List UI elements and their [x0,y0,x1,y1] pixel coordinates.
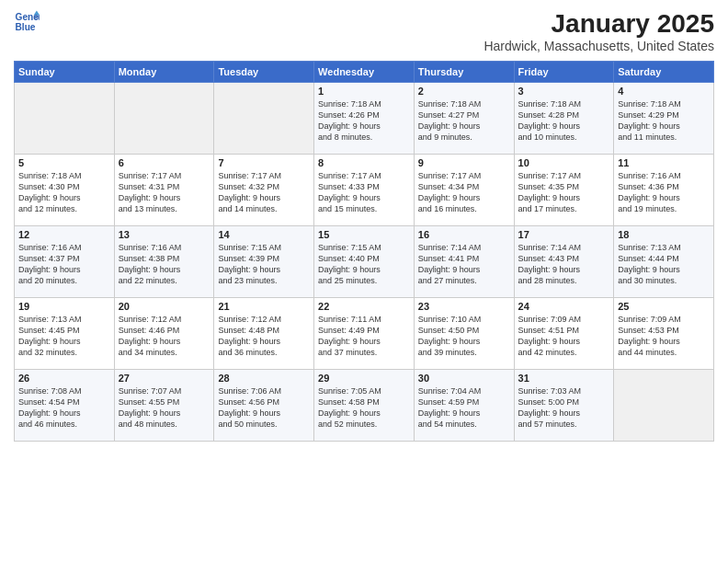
calendar-cell [114,83,214,155]
calendar-week-row: 12Sunrise: 7:16 AM Sunset: 4:37 PM Dayli… [15,226,714,298]
day-info: Sunrise: 7:10 AM Sunset: 4:50 PM Dayligh… [418,314,510,359]
day-info: Sunrise: 7:13 AM Sunset: 4:45 PM Dayligh… [18,314,110,359]
day-info: Sunrise: 7:09 AM Sunset: 4:53 PM Dayligh… [618,314,710,359]
day-info: Sunrise: 7:09 AM Sunset: 4:51 PM Dayligh… [518,314,610,359]
day-number: 5 [18,157,110,168]
calendar-cell: 24Sunrise: 7:09 AM Sunset: 4:51 PM Dayli… [514,298,614,370]
calendar-cell: 9Sunrise: 7:17 AM Sunset: 4:34 PM Daylig… [414,155,514,226]
calendar-cell: 14Sunrise: 7:15 AM Sunset: 4:39 PM Dayli… [214,226,314,298]
calendar-cell: 13Sunrise: 7:16 AM Sunset: 4:38 PM Dayli… [114,226,214,298]
calendar-cell: 23Sunrise: 7:10 AM Sunset: 4:50 PM Dayli… [414,298,514,370]
day-number: 10 [518,157,610,168]
svg-text:Blue: Blue [16,22,36,32]
day-number: 14 [218,229,310,240]
calendar-cell: 12Sunrise: 7:16 AM Sunset: 4:37 PM Dayli… [15,226,115,298]
day-number: 21 [218,301,310,312]
day-info: Sunrise: 7:18 AM Sunset: 4:28 PM Dayligh… [518,98,610,144]
day-number: 13 [119,229,210,240]
calendar-cell: 1Sunrise: 7:18 AM Sunset: 4:26 PM Daylig… [314,83,415,155]
day-info: Sunrise: 7:04 AM Sunset: 4:59 PM Dayligh… [418,385,510,431]
calendar-cell: 29Sunrise: 7:05 AM Sunset: 4:58 PM Dayli… [314,370,415,442]
day-number: 16 [418,229,510,240]
calendar-cell: 7Sunrise: 7:17 AM Sunset: 4:32 PM Daylig… [214,155,314,226]
calendar-cell: 8Sunrise: 7:17 AM Sunset: 4:33 PM Daylig… [314,155,415,226]
calendar-cell: 26Sunrise: 7:08 AM Sunset: 4:54 PM Dayli… [15,370,115,442]
day-number: 30 [418,373,510,384]
day-info: Sunrise: 7:05 AM Sunset: 4:58 PM Dayligh… [318,385,410,431]
day-info: Sunrise: 7:12 AM Sunset: 4:48 PM Dayligh… [218,314,310,359]
day-number: 8 [318,157,410,168]
calendar-cell: 4Sunrise: 7:18 AM Sunset: 4:29 PM Daylig… [614,83,714,155]
calendar-cell: 11Sunrise: 7:16 AM Sunset: 4:36 PM Dayli… [614,155,714,226]
calendar-cell: 19Sunrise: 7:13 AM Sunset: 4:45 PM Dayli… [15,298,115,370]
day-info: Sunrise: 7:14 AM Sunset: 4:43 PM Dayligh… [518,242,610,287]
day-info: Sunrise: 7:17 AM Sunset: 4:31 PM Dayligh… [119,170,210,215]
day-number: 25 [618,301,710,312]
day-number: 12 [18,229,110,240]
day-info: Sunrise: 7:07 AM Sunset: 4:55 PM Dayligh… [119,385,210,431]
weekday-header: Sunday [15,62,115,83]
calendar-week-row: 1Sunrise: 7:18 AM Sunset: 4:26 PM Daylig… [15,83,714,155]
logo: General Blue [14,9,40,35]
calendar-cell: 20Sunrise: 7:12 AM Sunset: 4:46 PM Dayli… [114,298,214,370]
day-number: 7 [218,157,310,168]
header-row: General Blue January 2025 Hardwick, Mass… [14,9,714,53]
day-info: Sunrise: 7:08 AM Sunset: 4:54 PM Dayligh… [18,385,110,431]
day-info: Sunrise: 7:18 AM Sunset: 4:26 PM Dayligh… [318,98,410,144]
calendar-cell: 6Sunrise: 7:17 AM Sunset: 4:31 PM Daylig… [114,155,214,226]
day-number: 11 [618,157,710,168]
day-number: 26 [18,373,110,384]
calendar-cell: 28Sunrise: 7:06 AM Sunset: 4:56 PM Dayli… [214,370,314,442]
calendar-cell: 5Sunrise: 7:18 AM Sunset: 4:30 PM Daylig… [15,155,115,226]
calendar-cell [214,83,314,155]
calendar-cell: 10Sunrise: 7:17 AM Sunset: 4:35 PM Dayli… [514,155,614,226]
location-title: Hardwick, Massachusetts, United States [483,39,714,53]
day-info: Sunrise: 7:17 AM Sunset: 4:32 PM Dayligh… [218,170,310,215]
day-info: Sunrise: 7:12 AM Sunset: 4:46 PM Dayligh… [119,314,210,359]
day-info: Sunrise: 7:13 AM Sunset: 4:44 PM Dayligh… [618,242,710,287]
calendar-cell: 16Sunrise: 7:14 AM Sunset: 4:41 PM Dayli… [414,226,514,298]
day-number: 23 [418,301,510,312]
day-number: 29 [318,373,410,384]
day-info: Sunrise: 7:16 AM Sunset: 4:36 PM Dayligh… [618,170,710,215]
day-info: Sunrise: 7:15 AM Sunset: 4:39 PM Dayligh… [218,242,310,287]
calendar-cell: 30Sunrise: 7:04 AM Sunset: 4:59 PM Dayli… [414,370,514,442]
day-number: 9 [418,157,510,168]
calendar-week-row: 26Sunrise: 7:08 AM Sunset: 4:54 PM Dayli… [15,370,714,442]
day-info: Sunrise: 7:03 AM Sunset: 5:00 PM Dayligh… [518,385,610,431]
day-number: 15 [318,229,410,240]
calendar-week-row: 19Sunrise: 7:13 AM Sunset: 4:45 PM Dayli… [15,298,714,370]
calendar-cell: 31Sunrise: 7:03 AM Sunset: 5:00 PM Dayli… [514,370,614,442]
day-number: 18 [618,229,710,240]
day-number: 6 [119,157,210,168]
svg-marker-3 [34,15,40,19]
calendar-week-row: 5Sunrise: 7:18 AM Sunset: 4:30 PM Daylig… [15,155,714,226]
day-number: 1 [318,86,410,97]
day-info: Sunrise: 7:18 AM Sunset: 4:27 PM Dayligh… [418,98,510,144]
calendar-cell: 17Sunrise: 7:14 AM Sunset: 4:43 PM Dayli… [514,226,614,298]
day-number: 27 [119,373,210,384]
day-number: 28 [218,373,310,384]
calendar-table: SundayMondayTuesdayWednesdayThursdayFrid… [14,61,714,442]
day-number: 20 [119,301,210,312]
day-number: 2 [418,86,510,97]
calendar-cell: 21Sunrise: 7:12 AM Sunset: 4:48 PM Dayli… [214,298,314,370]
calendar-cell: 22Sunrise: 7:11 AM Sunset: 4:49 PM Dayli… [314,298,415,370]
day-info: Sunrise: 7:17 AM Sunset: 4:33 PM Dayligh… [318,170,410,215]
calendar-cell: 18Sunrise: 7:13 AM Sunset: 4:44 PM Dayli… [614,226,714,298]
day-info: Sunrise: 7:15 AM Sunset: 4:40 PM Dayligh… [318,242,410,287]
weekday-header: Saturday [614,62,714,83]
weekday-header: Thursday [414,62,514,83]
weekday-header: Wednesday [314,62,415,83]
calendar-cell: 2Sunrise: 7:18 AM Sunset: 4:27 PM Daylig… [414,83,514,155]
weekday-header-row: SundayMondayTuesdayWednesdayThursdayFrid… [15,62,714,83]
day-info: Sunrise: 7:11 AM Sunset: 4:49 PM Dayligh… [318,314,410,359]
day-info: Sunrise: 7:18 AM Sunset: 4:29 PM Dayligh… [618,98,710,144]
calendar-cell: 3Sunrise: 7:18 AM Sunset: 4:28 PM Daylig… [514,83,614,155]
weekday-header: Monday [114,62,214,83]
day-info: Sunrise: 7:14 AM Sunset: 4:41 PM Dayligh… [418,242,510,287]
day-number: 4 [618,86,710,97]
day-number: 22 [318,301,410,312]
day-info: Sunrise: 7:16 AM Sunset: 4:38 PM Dayligh… [119,242,210,287]
day-info: Sunrise: 7:06 AM Sunset: 4:56 PM Dayligh… [218,385,310,431]
